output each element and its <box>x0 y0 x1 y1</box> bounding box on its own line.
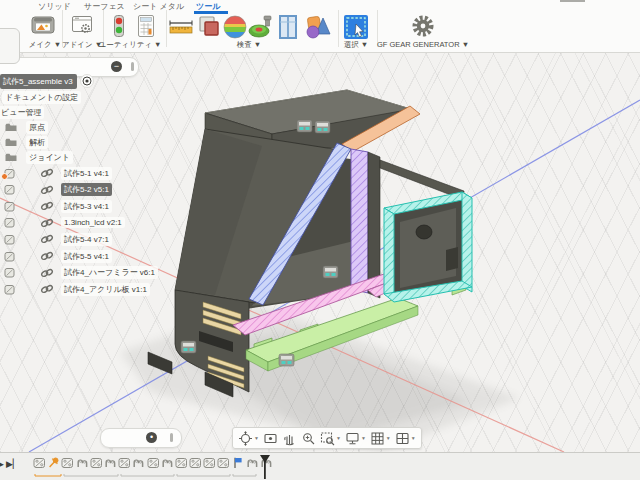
browser-item-document-settings[interactable]: ドキュメントの設定 <box>2 91 81 103</box>
link-icon <box>40 284 54 294</box>
bottom-bar-grip[interactable] <box>170 433 173 442</box>
traffic-light-icon[interactable] <box>112 14 126 38</box>
timeline-op-component-icon[interactable] <box>61 456 74 469</box>
browser-bottom-bar[interactable]: • <box>100 428 182 448</box>
component-row[interactable]: 試作5-1 v4:1 <box>2 167 112 179</box>
curvature-sphere-icon[interactable] <box>222 14 248 40</box>
timeline-op-flag-icon[interactable] <box>232 456 245 469</box>
tab-sheetmetal[interactable]: シート メタル <box>133 1 184 12</box>
addins-group-label[interactable]: アドイン ▼ <box>62 40 102 50</box>
select-group-label[interactable]: 選択 ▼ <box>344 40 369 50</box>
component-cube-icon <box>2 184 16 195</box>
component-row[interactable]: 試作5-5 v4:1 <box>2 250 112 262</box>
timeline-bar: ▶▶▏ <box>0 452 640 480</box>
link-icon <box>40 185 54 195</box>
timeline-position-marker[interactable] <box>259 454 271 480</box>
timeline-op-joint-icon[interactable] <box>76 456 89 469</box>
link-icon <box>40 251 54 261</box>
timeline-op-component-icon[interactable] <box>147 456 160 469</box>
component-row[interactable]: 試作5-3 v4:1 <box>2 200 112 212</box>
browser-root-row[interactable]: 試作5_assemble v3 <box>0 74 94 88</box>
utilities-group-label[interactable]: ユーティリティ ▼ <box>98 40 161 50</box>
probe-icon[interactable] <box>247 14 275 40</box>
timeline-op-joint-icon[interactable] <box>132 456 145 469</box>
browser-item-joints[interactable]: ジョイント <box>4 151 73 163</box>
view-navigation-bar: ▼ ▼ ▼ ▼ ▼ <box>232 427 422 449</box>
timeline-op-pin-icon[interactable] <box>47 456 60 469</box>
folder-icon <box>4 123 18 132</box>
section-frame-icon[interactable] <box>277 14 299 40</box>
browser-bar-grip[interactable] <box>131 62 134 71</box>
display-settings-icon[interactable]: ▼ <box>344 431 367 446</box>
gear-icon[interactable] <box>411 14 435 38</box>
section-face-purple <box>351 149 368 293</box>
component-row[interactable]: 試作4_アクリル板 v1:1 <box>2 283 150 295</box>
visibility-radio-icon[interactable] <box>80 74 94 88</box>
cyan-channel <box>384 192 472 302</box>
joint-badge[interactable] <box>181 341 196 353</box>
calculator-icon[interactable] <box>137 14 155 38</box>
timeline-op-component-icon[interactable] <box>189 456 202 469</box>
go-to-end-button[interactable]: ▶▏ <box>6 459 20 469</box>
timeline-op-component-icon[interactable] <box>33 456 46 469</box>
component-cube-icon <box>2 201 16 212</box>
inspect-group-label[interactable]: 検査 ▼ <box>237 40 262 50</box>
component-row[interactable]: 試作4_ハーフミラー v6:1 <box>2 267 158 279</box>
timeline-op-joint-icon[interactable] <box>104 456 117 469</box>
pan-icon[interactable] <box>281 431 298 446</box>
joint-badge[interactable] <box>323 266 338 278</box>
chevron-down-icon: ▼ <box>411 435 416 441</box>
timeline-icon-strip[interactable] <box>33 456 273 469</box>
timeline-op-component-icon[interactable] <box>217 456 230 469</box>
make-group-label[interactable]: メイク ▼ <box>29 40 62 50</box>
component-cube-icon <box>2 284 16 295</box>
joint-badge[interactable] <box>297 120 312 132</box>
primitives-icon[interactable] <box>303 14 333 40</box>
gf-gear-generator-label[interactable]: GF GEAR GENERATOR ▼ <box>377 40 469 49</box>
component-cube-icon <box>2 251 16 262</box>
timeline-op-joint-icon[interactable] <box>246 456 259 469</box>
root-component-name[interactable]: 試作5_assemble v3 <box>0 74 77 89</box>
orbit-icon[interactable]: ▼ <box>237 431 260 446</box>
toolbar-separator <box>166 10 167 47</box>
browser-item-analysis[interactable]: 解析 <box>4 136 48 148</box>
component-row[interactable]: 1.3inch_lcd v2:1 <box>2 217 125 229</box>
grid-settings-icon[interactable]: ▼ <box>369 431 392 446</box>
play-button[interactable]: ▶ <box>0 459 4 469</box>
component-row-selected[interactable]: 試作5-2 v5:1 <box>2 184 112 196</box>
tab-solid[interactable]: ソリッド <box>38 1 71 12</box>
browser-item-origin[interactable]: 原点 <box>4 121 48 133</box>
joint-badge[interactable] <box>279 354 294 366</box>
make-icon[interactable] <box>30 14 56 36</box>
chevron-down-icon: ▼ <box>361 435 366 441</box>
link-icon <box>40 218 54 228</box>
chevron-down-icon: ▼ <box>386 435 391 441</box>
top-toolbar: ソリッド サーフェス シート メタル ツール メイク ▼ アドイン ▼ ユーティ… <box>0 0 640 53</box>
look-at-icon[interactable] <box>262 431 279 446</box>
joint-badge[interactable] <box>315 121 330 133</box>
tab-surface[interactable]: サーフェス <box>84 1 125 12</box>
cad-model[interactable] <box>148 90 472 397</box>
addin-window-icon[interactable] <box>70 14 94 36</box>
component-row[interactable]: 試作5-4 v7:1 <box>2 233 112 245</box>
cropped-left-panel <box>0 28 20 64</box>
folder-icon <box>4 138 18 147</box>
browser-item-view-management[interactable]: ビュー管理 <box>0 106 44 118</box>
expand-icon[interactable]: • <box>146 432 157 443</box>
zoom-icon[interactable] <box>300 431 317 446</box>
3d-viewport[interactable]: − 試作5_assemble v3 ドキュメントの設定 ビュー管理 原点 解析 … <box>0 52 640 452</box>
timeline-op-component-icon[interactable] <box>203 456 216 469</box>
interference-icon[interactable] <box>196 14 222 40</box>
timeline-op-joint-icon[interactable] <box>161 456 174 469</box>
chevron-down-icon: ▼ <box>336 435 341 441</box>
measure-icon[interactable] <box>168 18 194 36</box>
toolbar-separator <box>338 10 339 47</box>
timeline-op-component-icon[interactable] <box>118 456 131 469</box>
collapse-browser-icon[interactable]: − <box>111 61 122 72</box>
zoom-window-icon[interactable]: ▼ <box>319 431 342 446</box>
timeline-op-component-icon[interactable] <box>90 456 103 469</box>
selection-box-icon[interactable] <box>342 14 370 40</box>
timeline-op-component-icon[interactable] <box>175 456 188 469</box>
viewports-icon[interactable]: ▼ <box>394 431 417 446</box>
component-cube-icon <box>2 168 16 179</box>
